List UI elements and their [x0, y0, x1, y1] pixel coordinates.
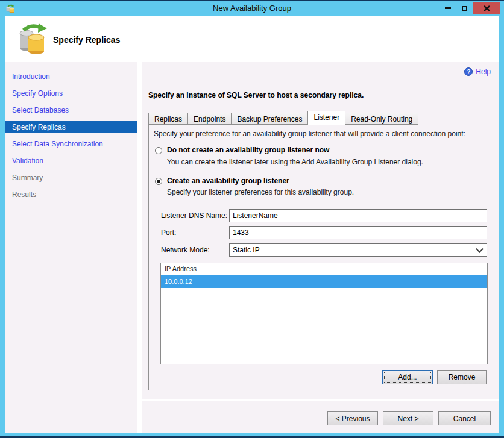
sidebar-item-results: Results — [5, 186, 137, 203]
port-label: Port: — [161, 228, 176, 237]
wizard-steps-sidebar: Introduction Specify Options Select Data… — [5, 62, 137, 433]
help-icon: ? — [464, 67, 473, 76]
ip-address-column-header: IP Address — [161, 263, 487, 275]
titlebar: New Availability Group — [0, 0, 504, 16]
wizard-header: Specify Replicas — [5, 16, 499, 62]
listener-tab-panel: Specify your preference for an availabil… — [148, 125, 493, 390]
window-controls — [439, 2, 500, 14]
tab-replicas[interactable]: Replicas — [148, 113, 188, 125]
page-title: Specify Replicas — [53, 35, 120, 45]
tab-backup-preferences[interactable]: Backup Preferences — [232, 113, 308, 125]
sidebar-item-validation[interactable]: Validation — [5, 152, 137, 169]
remove-button[interactable]: Remove — [437, 370, 487, 384]
close-button[interactable] — [473, 2, 500, 14]
network-mode-label: Network Mode: — [161, 246, 210, 254]
sidebar-separator — [137, 62, 142, 433]
minimize-icon — [445, 7, 451, 9]
sidebar-item-introduction[interactable]: Introduction — [5, 68, 137, 85]
window-title: New Availability Group — [0, 4, 504, 13]
maximize-icon — [462, 6, 467, 11]
new-availability-group-dialog: New Availability Group — [0, 0, 504, 438]
listener-dns-name-label: Listener DNS Name: — [161, 211, 227, 220]
option-create-label[interactable]: Create an availability group listener — [167, 177, 289, 185]
replica-tabs: Replicas Endpoints Backup Preferences Li… — [148, 111, 418, 125]
footer-separator — [142, 399, 499, 401]
maximize-button[interactable] — [456, 2, 473, 14]
listener-dns-name-input[interactable] — [229, 209, 487, 222]
radio-do-not-create-listener[interactable] — [155, 147, 162, 154]
minimize-button[interactable] — [439, 2, 456, 14]
ip-address-row[interactable]: 10.0.0.12 — [161, 275, 487, 288]
network-mode-value: Static IP — [233, 246, 260, 254]
help-link[interactable]: ? Help — [464, 67, 491, 76]
add-button[interactable]: Add... — [382, 370, 433, 384]
network-mode-select[interactable]: Static IP — [229, 243, 487, 257]
ip-address-list: IP Address 10.0.0.12 — [160, 263, 488, 364]
sidebar-item-select-databases[interactable]: Select Databases — [5, 102, 137, 119]
port-input[interactable] — [229, 226, 487, 239]
main-panel: ? Help Specify an instance of SQL Server… — [142, 62, 499, 433]
help-label: Help — [476, 67, 491, 76]
option-create-description: Specify your listener preferences for th… — [167, 188, 354, 196]
sidebar-item-specify-replicas[interactable]: Specify Replicas — [5, 121, 137, 133]
cancel-button[interactable]: Cancel — [438, 411, 491, 425]
previous-button[interactable]: < Previous — [327, 411, 378, 425]
option-do-not-create-label[interactable]: Do not create an availability group list… — [167, 146, 329, 154]
window-border-left — [0, 16, 5, 438]
sidebar-item-select-data-synchronization[interactable]: Select Data Synchronization — [5, 136, 137, 152]
instruction-heading: Specify an instance of SQL Server to hos… — [148, 91, 364, 99]
window-border-right — [499, 16, 504, 438]
sidebar-item-summary: Summary — [5, 169, 137, 186]
tab-read-only-routing[interactable]: Read-Only Routing — [345, 113, 418, 125]
sidebar-item-specify-options[interactable]: Specify Options — [5, 85, 137, 102]
close-icon — [484, 5, 490, 11]
next-button[interactable]: Next > — [383, 411, 433, 425]
listener-instruction: Specify your preference for an availabil… — [154, 130, 489, 138]
chevron-down-icon — [476, 245, 484, 253]
option-do-not-create-description: You can create the listener later using … — [167, 158, 423, 166]
replica-databases-icon — [17, 23, 48, 55]
tab-listener[interactable]: Listener — [307, 111, 345, 125]
tab-endpoints[interactable]: Endpoints — [188, 113, 232, 125]
radio-create-listener[interactable] — [155, 178, 162, 185]
